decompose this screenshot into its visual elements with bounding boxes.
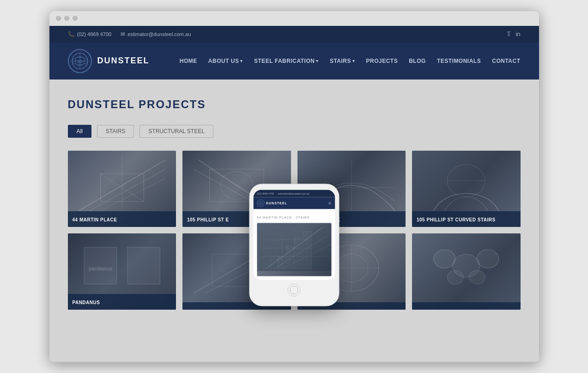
phone-home-button[interactable] (288, 283, 301, 296)
browser-dot-red (56, 16, 61, 21)
nav-about[interactable]: ABOUT US ▾ (208, 58, 243, 64)
main-nav: HOME ABOUT US ▾ STEEL FABRICATION ▾ STAI… (180, 58, 521, 64)
svg-point-34 (447, 270, 463, 284)
phone-top-bar: (02) 4869 4700 estimator@dunsteel.com.au (253, 190, 335, 197)
phone-project-tag: STAIRS (296, 215, 310, 219)
logo-circle: 3D (68, 49, 92, 73)
browser-titlebar (49, 11, 539, 26)
card1-overlay: 44 MARTIN PLACE (68, 211, 176, 227)
phone-mockup: (02) 4869 4700 estimator@dunsteel.com.au (249, 183, 339, 306)
steel-fab-arrow: ▾ (316, 59, 319, 63)
svg-point-33 (477, 250, 499, 268)
phone-nav-bar: DUNSTEEL ≡ (253, 197, 335, 209)
svg-text:3D: 3D (77, 59, 83, 64)
phone-number: (02) 4869 4700 (77, 31, 112, 37)
card4-overlay: 105 PHILLIP ST CURVED STAIRS (412, 211, 521, 227)
card5-overlay: PANDANUS (68, 294, 176, 310)
phone-img-svg (257, 223, 331, 271)
project-card-5[interactable]: pandanus PANDANUS (68, 233, 176, 310)
phone-project-title: 44 MARTIN PLACE STAIRS (257, 214, 331, 219)
top-bar: 📞 (02) 4869 4700 ✉ estimator@dunsteel.co… (49, 26, 539, 43)
svg-line-7 (89, 169, 165, 211)
phone-inner: (02) 4869 4700 estimator@dunsteel.com.au (253, 190, 335, 280)
card8-graphic (412, 233, 521, 310)
project-card-8[interactable] (412, 233, 521, 310)
phone-logo-circle (257, 199, 264, 207)
nav-testimonials[interactable]: TESTIMONIALS (437, 58, 481, 64)
filter-stairs[interactable]: STAIRS (97, 125, 134, 138)
filter-structural[interactable]: STRUCTURAL STEEL (139, 125, 213, 138)
phone-icon: 📞 (68, 31, 75, 37)
card1-label: 44 MARTIN PLACE (73, 217, 117, 222)
phone-menu-icon[interactable]: ≡ (328, 201, 331, 206)
phone-logo: DUNSTEEL (257, 199, 287, 207)
main-content: DUNSTEEL PROJECTS All STAIRS STRUCTURAL … (49, 79, 539, 361)
nav-home[interactable]: HOME (180, 58, 197, 64)
website: 📞 (02) 4869 4700 ✉ estimator@dunsteel.co… (49, 26, 539, 362)
filter-all[interactable]: All (68, 125, 91, 138)
linkedin-icon[interactable]: in (515, 31, 520, 37)
page-title: DUNSTEEL PROJECTS (68, 98, 521, 111)
browser-dot-green (73, 16, 78, 21)
browser-window: 📞 (02) 4869 4700 ✉ estimator@dunsteel.co… (49, 11, 539, 362)
svg-text:pandanus: pandanus (88, 266, 112, 271)
svg-point-35 (469, 270, 485, 284)
site-header: 3D DUNSTEEL HOME ABOUT US ▾ STEEL FABRIC… (49, 43, 539, 79)
logo-svg: 3D (71, 52, 89, 70)
filter-bar: All STAIRS STRUCTURAL STEEL (68, 125, 521, 138)
browser-dot-yellow (64, 16, 69, 21)
svg-rect-22 (127, 247, 159, 284)
nav-projects[interactable]: PROJECTS (366, 58, 398, 64)
social-links: 𝕋 in (507, 31, 520, 37)
nav-stairs[interactable]: STAIRS ▾ (330, 58, 355, 64)
phone-project-img (257, 223, 331, 276)
twitter-icon[interactable]: 𝕋 (507, 31, 511, 37)
logo-text: DUNSTEEL (97, 56, 150, 66)
logo-area: 3D DUNSTEEL (68, 49, 150, 73)
project-card-4[interactable]: 105 PHILLIP ST CURVED STAIRS (412, 151, 521, 227)
nav-steel-fab[interactable]: STEEL FABRICATION ▾ (254, 58, 319, 64)
phone-home-inner (290, 286, 298, 294)
email-icon: ✉ (121, 31, 125, 37)
email-address: estimator@dunsteel.com.au (127, 31, 191, 37)
nav-contact[interactable]: CONTACT (492, 58, 520, 64)
nav-blog[interactable]: BLOG (409, 58, 426, 64)
phone-contact[interactable]: 📞 (02) 4869 4700 (68, 31, 112, 37)
phone-top-email: estimator@dunsteel.com.au (278, 192, 309, 195)
card2-label: 105 PHILLIP ST E (187, 217, 229, 222)
phone-top-phone: (02) 4869 4700 (257, 192, 274, 195)
card8-overlay (412, 302, 521, 310)
email-contact[interactable]: ✉ estimator@dunsteel.com.au (121, 31, 191, 37)
phone-content: 44 MARTIN PLACE STAIRS (253, 209, 335, 280)
phone-outer: (02) 4869 4700 estimator@dunsteel.com.au (249, 183, 339, 306)
project-card-1[interactable]: 44 MARTIN PLACE (68, 151, 176, 227)
card4-label: 105 PHILLIP ST CURVED STAIRS (417, 217, 496, 222)
svg-point-31 (434, 250, 455, 268)
phone-logo-svg (258, 201, 263, 205)
phone-top-info: (02) 4869 4700 estimator@dunsteel.com.au (257, 192, 309, 195)
stairs-arrow: ▾ (352, 59, 355, 63)
card5-label: PANDANUS (73, 300, 100, 305)
about-arrow: ▾ (240, 59, 243, 63)
phone-logo-text: DUNSTEEL (266, 202, 287, 205)
